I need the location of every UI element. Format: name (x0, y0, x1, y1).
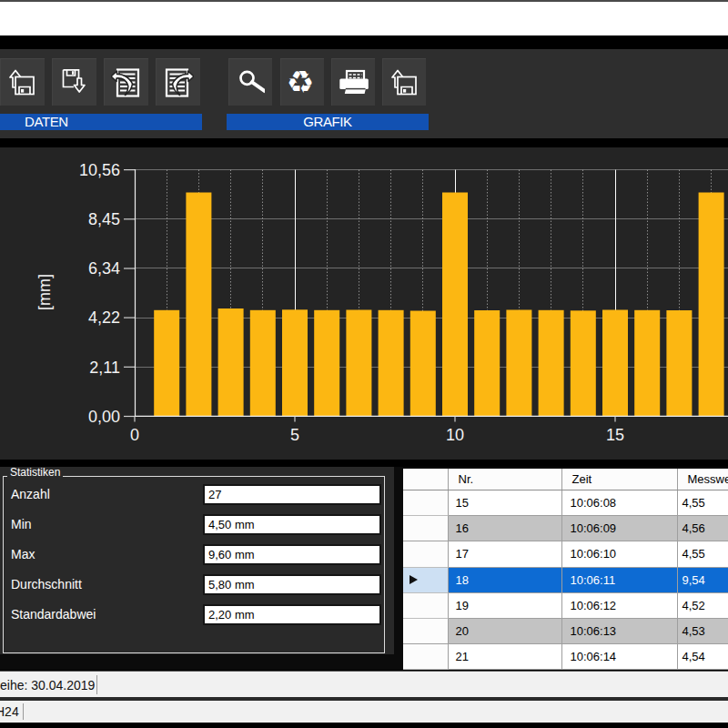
svg-text:8,45: 8,45 (88, 210, 120, 228)
svg-text:5: 5 (290, 426, 299, 444)
svg-text:[mm]: [mm] (35, 274, 54, 310)
svg-text:15: 15 (606, 426, 624, 444)
svg-text:0: 0 (130, 426, 139, 444)
svg-text:4,22: 4,22 (88, 308, 120, 327)
svg-text:10,56: 10,56 (79, 161, 120, 179)
svg-text:6,34: 6,34 (88, 259, 120, 278)
svg-text:2,11: 2,11 (89, 359, 120, 377)
svg-text:0,00: 0,00 (88, 408, 120, 426)
svg-text:10: 10 (446, 426, 464, 444)
